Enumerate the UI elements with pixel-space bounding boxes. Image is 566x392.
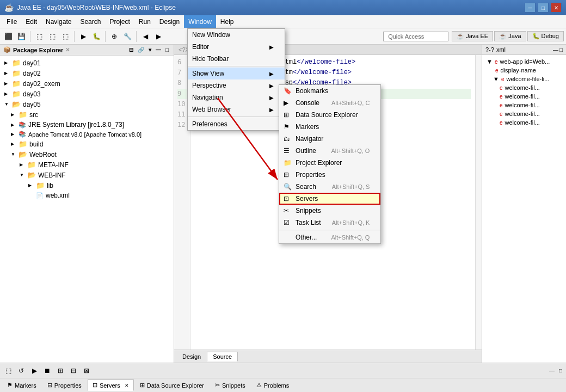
- tree-day03[interactable]: ▶ 📁 day03: [0, 89, 174, 99]
- tab-snippets[interactable]: ✂ Snippets: [210, 379, 250, 391]
- tree-lib[interactable]: ▶ 📁 lib: [0, 180, 174, 191]
- menu-perspective[interactable]: Perspective ▶: [188, 79, 285, 91]
- perspective-java[interactable]: ☕ Java: [494, 31, 526, 41]
- outline-wf4[interactable]: e welcome-fil...: [484, 109, 564, 118]
- menu-editor[interactable]: Editor ▶: [188, 41, 285, 53]
- outline-icon: ☰: [284, 147, 293, 155]
- sv-markers[interactable]: ⚑Markers: [279, 121, 380, 133]
- sv-snippets[interactable]: ✂Snippets: [279, 205, 380, 217]
- sv-console[interactable]: ▶Console Alt+Shift+Q, C: [279, 97, 380, 109]
- tab-markers[interactable]: ⚑ Markers: [2, 379, 41, 391]
- menu-run[interactable]: Run: [134, 15, 155, 28]
- sv-other[interactable]: Other... Alt+Shift+Q, Q: [279, 231, 380, 243]
- menu-search[interactable]: Search: [76, 15, 105, 28]
- tree-meta-inf[interactable]: ▶ 📁 META-INF: [0, 160, 174, 170]
- quick-access[interactable]: Quick Access: [383, 32, 448, 41]
- tree-jre[interactable]: ▶ 📚 JRE System Library [jre1.8.0_73]: [0, 120, 174, 130]
- toolbar-btn-5[interactable]: 🔧: [121, 30, 133, 42]
- bottom-btn-play[interactable]: ▶: [28, 365, 40, 377]
- outline-item-webapp[interactable]: ▼ e web-app id=Web...: [484, 57, 564, 66]
- tree-src[interactable]: ▶ 📁 src: [0, 109, 174, 120]
- perspective-javaee[interactable]: ☕ Java EE: [452, 31, 493, 41]
- right-minimize[interactable]: —: [553, 47, 558, 53]
- minimize-button[interactable]: ─: [525, 3, 536, 13]
- bottom-btn-4[interactable]: ⊟: [67, 365, 79, 377]
- bottom-btn-2[interactable]: ↺: [15, 365, 27, 377]
- menu-project[interactable]: Project: [105, 15, 134, 28]
- toolbar-save[interactable]: 💾: [15, 30, 27, 42]
- outline-display-name[interactable]: e display-name: [484, 66, 564, 75]
- tree-web-inf[interactable]: ▼ 📂 WEB-INF: [0, 170, 174, 180]
- menu-help[interactable]: Help: [216, 15, 238, 28]
- menu-web-browser[interactable]: Web Browser ▶: [188, 103, 285, 115]
- menu-window[interactable]: Window: [184, 15, 216, 28]
- sv-search[interactable]: 🔍Search Alt+Shift+Q, S: [279, 181, 380, 193]
- right-maximize[interactable]: □: [559, 47, 563, 53]
- tree-arrow: ▼: [20, 173, 25, 177]
- tree-day01[interactable]: ▶ 📁 day01: [0, 58, 174, 68]
- tree-day02-exem[interactable]: ▶ 📁 day02_exem: [0, 78, 174, 89]
- maximize-button[interactable]: □: [538, 3, 549, 13]
- menu-file[interactable]: File: [2, 15, 21, 28]
- outline-welcome-list[interactable]: ▼ e welcome-file-li...: [484, 75, 564, 83]
- tree-day02[interactable]: ▶ 📁 day02: [0, 68, 174, 78]
- bottom-minimize[interactable]: —: [547, 367, 556, 374]
- toolbar-btn-1[interactable]: ⬚: [33, 30, 45, 42]
- sv-data-source[interactable]: ⊞Data Source Explorer: [279, 109, 380, 121]
- tab-design[interactable]: Design: [176, 352, 207, 362]
- tab-data-source-explorer[interactable]: ⊞ Data Source Explorer: [135, 379, 209, 391]
- menu-preferences[interactable]: Preferences: [188, 118, 285, 130]
- tree-webxml[interactable]: 📄 web.xml: [0, 191, 174, 200]
- outline-wf2[interactable]: e welcome-fil...: [484, 92, 564, 101]
- sv-project-explorer[interactable]: 📁Project Explorer: [279, 157, 380, 169]
- tab-properties[interactable]: ⊟ Properties: [42, 379, 87, 391]
- menu-navigate[interactable]: Navigate: [41, 15, 76, 28]
- outline-wf3[interactable]: e welcome-fil...: [484, 101, 564, 109]
- tree-day05[interactable]: ▼ 📂 day05: [0, 99, 174, 109]
- bottom-btn-stop[interactable]: ⏹: [41, 365, 53, 377]
- outline-wf5[interactable]: e welcome-fil...: [484, 118, 564, 127]
- toolbar-new[interactable]: ⬛: [2, 30, 14, 42]
- perspective-debug[interactable]: 🐛 Debug: [527, 31, 564, 41]
- sv-outline[interactable]: ☰Outline Alt+Shift+Q, O: [279, 145, 380, 157]
- menu-show-view[interactable]: Show View ▶: [188, 68, 285, 79]
- menu-navigation[interactable]: Navigation ▶: [188, 91, 285, 103]
- sv-bookmarks[interactable]: 🔖Bookmarks: [279, 85, 380, 97]
- editor-scrollbar[interactable]: [475, 55, 482, 350]
- tab-source[interactable]: Source: [207, 352, 238, 362]
- menu-design[interactable]: Design: [155, 15, 184, 28]
- toolbar-back[interactable]: ◀: [139, 30, 151, 42]
- toolbar-btn-2[interactable]: ⬚: [46, 30, 58, 42]
- close-button[interactable]: ✕: [551, 3, 562, 13]
- outline-wf1[interactable]: e welcome-fil...: [484, 83, 564, 92]
- menu-hide-toolbar[interactable]: Hide Toolbar: [188, 53, 285, 65]
- maximize-panel[interactable]: □: [164, 46, 170, 53]
- view-menu[interactable]: ▾: [147, 46, 153, 53]
- tree-label: day01: [23, 59, 41, 67]
- show-view-label: Show View: [192, 70, 224, 77]
- toolbar-run[interactable]: ▶: [77, 30, 89, 42]
- menu-new-window[interactable]: New Window: [188, 29, 285, 41]
- collapse-all[interactable]: ⊟: [127, 46, 135, 53]
- sv-servers[interactable]: ⊡Servers: [279, 193, 380, 205]
- toolbar-btn-3[interactable]: ⬚: [59, 30, 71, 42]
- bottom-btn-1[interactable]: ⬚: [2, 365, 14, 377]
- sv-navigator[interactable]: 🗂Navigator: [279, 133, 380, 145]
- tab-servers[interactable]: ⊡ Servers ✕: [88, 379, 134, 391]
- tree-build[interactable]: ▶ 📁 build: [0, 139, 174, 149]
- tree-tomcat[interactable]: ▶ 📚 Apache Tomcat v8.0 [Apache Tomcat v8…: [0, 130, 174, 139]
- minimize-panel[interactable]: —: [154, 46, 163, 53]
- sv-task-list[interactable]: ☑Task List Alt+Shift+Q, K: [279, 217, 380, 229]
- tab-close[interactable]: ✕: [125, 383, 129, 388]
- tab-problems[interactable]: ⚠ Problems: [251, 379, 294, 391]
- bottom-btn-3[interactable]: ⊞: [54, 365, 66, 377]
- toolbar-debug[interactable]: 🐛: [90, 30, 102, 42]
- bottom-btn-5[interactable]: ⊠: [81, 365, 93, 377]
- tree-webroot[interactable]: ▼ 📂 WebRoot: [0, 149, 174, 160]
- toolbar-btn-4[interactable]: ⊕: [108, 30, 120, 42]
- bottom-maximize[interactable]: □: [557, 367, 564, 374]
- toolbar-forward[interactable]: ▶: [152, 30, 164, 42]
- sv-properties[interactable]: ⊟Properties: [279, 169, 380, 181]
- link-editor[interactable]: 🔗: [136, 46, 146, 53]
- menu-edit[interactable]: Edit: [21, 15, 41, 28]
